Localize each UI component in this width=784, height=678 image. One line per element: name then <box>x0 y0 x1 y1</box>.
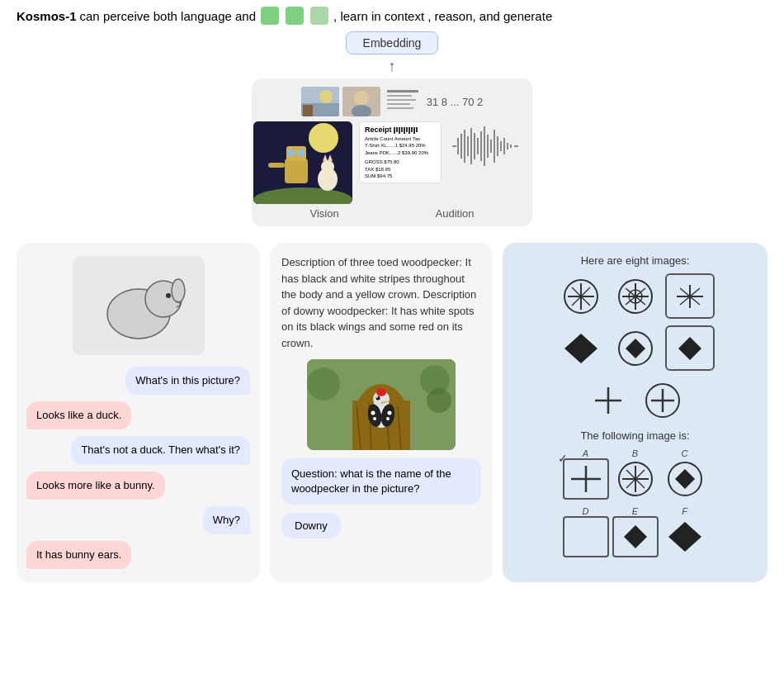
svg-marker-86 <box>564 334 597 363</box>
svg-rect-10 <box>387 99 416 101</box>
symbol-6 <box>665 325 715 371</box>
header-text-after: , learn in context , reason, and generat… <box>333 9 552 23</box>
color-box-3 <box>310 7 328 25</box>
chat-msg-5: Why? <box>203 506 250 534</box>
symbol-5 <box>611 325 660 371</box>
woodpecker-panel: Description of three toed woodpecker: It… <box>270 243 493 582</box>
embedding-arrow: ↑ <box>389 58 396 75</box>
svg-point-66 <box>376 396 380 401</box>
woodpecker-answer: Downy <box>281 513 341 538</box>
svg-point-68 <box>307 367 340 401</box>
svg-point-60 <box>388 411 392 415</box>
color-box-1 <box>261 7 279 25</box>
answer-row-def: D E F <box>514 506 756 557</box>
chat-msg-2: Looks like a duck. <box>26 401 131 429</box>
audition-label: Audition <box>436 207 475 220</box>
symbol-3 <box>665 273 715 319</box>
header-text-before: can perceive both language and <box>80 9 257 23</box>
brand-name: Kosmos-1 <box>17 9 77 23</box>
receipt-line2: Jeans PDK......2 $39,90 20% <box>365 149 436 156</box>
svg-point-67 <box>376 396 378 398</box>
answer-f <box>662 516 708 557</box>
answer-b <box>612 458 659 500</box>
answer-c <box>662 458 708 500</box>
chat-panel: What's in this picture? Looks like a duc… <box>17 243 260 582</box>
symbol-1 <box>556 273 606 319</box>
svg-marker-104 <box>624 525 647 548</box>
svg-point-48 <box>166 293 171 298</box>
svg-point-22 <box>321 160 334 173</box>
color-box-2 <box>286 7 304 25</box>
va-box: 31 8 ... 70 2 <box>252 78 532 226</box>
svg-point-2 <box>319 90 333 103</box>
svg-point-70 <box>427 388 451 413</box>
symbol-panel: Here are eight images: <box>503 243 767 582</box>
svg-rect-8 <box>387 90 418 92</box>
svg-rect-12 <box>387 107 413 109</box>
chat-msg-3: That's not a duck. Then what's it? <box>71 436 250 464</box>
duck-rabbit-image <box>73 256 205 355</box>
waveform <box>448 121 531 171</box>
svg-rect-11 <box>387 103 410 105</box>
answer-d <box>563 516 609 557</box>
symbol-row-1 <box>514 273 756 319</box>
header: Kosmos-1 can perceive both language and … <box>0 0 784 31</box>
symbol-8 <box>638 377 687 423</box>
svg-marker-105 <box>668 522 701 552</box>
svg-point-19 <box>298 149 305 156</box>
chat-msg-4: Looks more like a bunny. <box>26 472 165 500</box>
receipt-box: Receipt Article Count Amount Tax T-Shirt… <box>359 121 442 183</box>
svg-rect-16 <box>285 159 308 183</box>
symbol-2 <box>611 273 660 319</box>
chat-msg-6: It has bunny ears. <box>26 541 131 569</box>
receipt-header: Article Count Amount Tax <box>365 135 436 142</box>
symbol-row-2 <box>514 325 756 371</box>
receipt-gross: GROSS $75.80 <box>365 159 436 165</box>
svg-rect-3 <box>303 105 313 116</box>
embedding-numbers: 31 8 ... 70 2 <box>427 96 484 108</box>
woodpecker-question: Question: what is the name of the woodpe… <box>281 458 481 505</box>
thumb-portrait <box>342 87 380 116</box>
svg-rect-20 <box>268 163 285 168</box>
svg-point-62 <box>386 417 390 420</box>
svg-point-61 <box>373 417 376 420</box>
answer-row-abc: A ✓ B <box>514 448 756 500</box>
svg-point-59 <box>371 411 375 415</box>
symbol-panel-title: Here are eight images: <box>514 254 756 267</box>
embedding-bubble: Embedding <box>346 31 439 55</box>
woodpecker-description: Description of three toed woodpecker: It… <box>281 254 481 351</box>
receipt-sum: SUM $94.75 <box>365 173 436 179</box>
svg-marker-103 <box>675 469 695 489</box>
thumb-scene <box>301 87 339 116</box>
symbol-7 <box>583 377 633 423</box>
svg-point-47 <box>172 279 185 302</box>
svg-point-5 <box>354 91 369 106</box>
walle-image <box>253 121 352 204</box>
receipt-tax: TAX $18.95 <box>365 166 436 173</box>
svg-marker-88 <box>626 339 645 358</box>
vision-label: Vision <box>309 207 338 220</box>
symbol-4 <box>556 325 606 371</box>
thumb-doc <box>384 87 422 116</box>
following-image-text: The following image is: <box>514 429 756 442</box>
svg-point-64 <box>376 388 386 396</box>
woodpecker-image <box>307 359 456 450</box>
panels: What's in this picture? Looks like a duc… <box>0 243 784 599</box>
svg-marker-89 <box>678 337 701 360</box>
answer-e <box>612 516 659 557</box>
receipt-line1: T-Shirt XL......1 $24.95 20% <box>365 142 436 149</box>
chat-msg-1: What's in this picture? <box>125 367 250 395</box>
answer-a: ✓ <box>563 458 609 500</box>
svg-rect-9 <box>387 95 412 97</box>
svg-point-18 <box>288 149 295 156</box>
svg-point-14 <box>309 123 338 153</box>
symbol-row-3 <box>514 377 756 423</box>
